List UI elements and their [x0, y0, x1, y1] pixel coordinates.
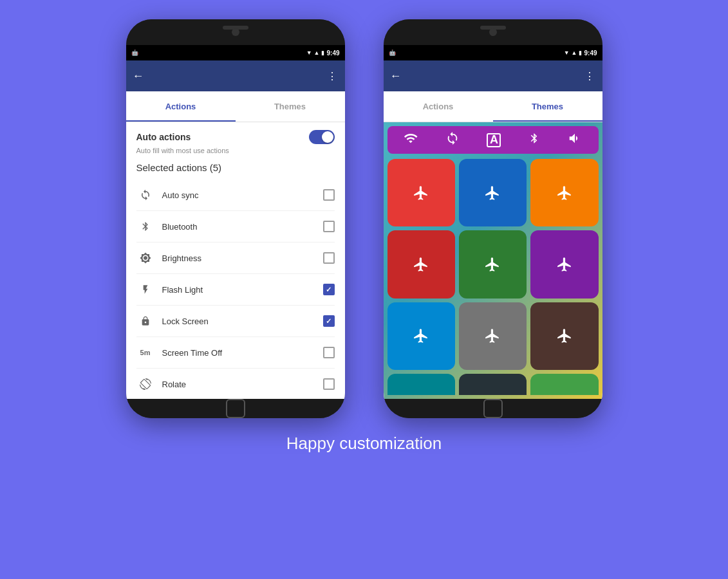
themes-grid: [387, 159, 599, 395]
themes-content: A: [384, 122, 602, 399]
home-button-right[interactable]: [483, 399, 503, 418]
theme-cell-7[interactable]: [387, 302, 455, 370]
status-bar-left: 🤖 ▼ ▲ ▮ 9:49: [126, 45, 345, 60]
tab-themes-right[interactable]: Themes: [493, 91, 602, 122]
phones-container: 🤖 ▼ ▲ ▮ 9:49 ← ⋮ Actions Themes: [126, 19, 602, 418]
bluetooth-label: Bluetooth: [162, 222, 323, 232]
action-row-brightness: Brightness: [136, 243, 335, 274]
selected-actions-label: Selected actions (5): [136, 162, 335, 173]
app-bar-right: ← ⋮: [384, 60, 602, 91]
phone-left: 🤖 ▼ ▲ ▮ 9:49 ← ⋮ Actions Themes: [126, 19, 345, 418]
phone-right: 🤖 ▼ ▲ ▮ 9:49 ← ⋮ Actions Themes: [384, 19, 602, 418]
theme-cell-12[interactable]: [530, 374, 598, 395]
theme-cell-11[interactable]: [459, 374, 527, 395]
status-right-right: ▼ ▲ ▮ 9:49: [564, 50, 597, 57]
auto-actions-toggle[interactable]: [309, 130, 335, 144]
app-bar-left: ← ⋮: [126, 60, 345, 91]
action-row-rotate: Rolate: [136, 369, 335, 399]
autosync-checkbox[interactable]: [323, 189, 335, 201]
phone-bottom-bar-left: [126, 399, 345, 418]
action-row-autosync: Auto sync: [136, 179, 335, 211]
tabs-right: Actions Themes: [384, 91, 602, 122]
phone-bottom-bar-right: [384, 399, 602, 418]
action-row-lockscreen: Lock Screen: [136, 306, 335, 337]
theme-cell-10[interactable]: [387, 374, 455, 395]
theme-cell-2[interactable]: [459, 159, 527, 226]
back-button-right[interactable]: ←: [390, 69, 402, 83]
more-button-right[interactable]: ⋮: [584, 70, 596, 82]
bluetooth-checkbox[interactable]: [323, 221, 335, 232]
cell-signal-right: ▲: [572, 50, 577, 56]
lockscreen-icon: [136, 312, 154, 330]
status-right-left: ▼ ▲ ▮ 9:49: [306, 50, 340, 57]
theme-cell-9[interactable]: [530, 302, 598, 370]
action-row-screentimeoff: 5m Screen Time Off: [136, 337, 335, 369]
brightness-checkbox[interactable]: [323, 252, 335, 264]
wifi-signal-right: ▼: [564, 50, 570, 56]
actions-content: Auto actions Auto fill with most use act…: [126, 122, 345, 399]
tabs-left: Actions Themes: [126, 91, 345, 122]
cell-signal-left: ▲: [314, 50, 320, 56]
time-left: 9:49: [326, 50, 339, 57]
auto-actions-row: Auto actions: [136, 130, 335, 144]
theme-cell-3[interactable]: [530, 159, 598, 226]
flashlight-icon: [136, 280, 154, 299]
lockscreen-label: Lock Screen: [162, 317, 323, 326]
battery-left: ▮: [321, 50, 324, 56]
flashlight-checkbox[interactable]: [323, 284, 335, 295]
bluetooth-icon: [136, 217, 154, 235]
tab-actions-right[interactable]: Actions: [384, 91, 493, 122]
rotate-checkbox[interactable]: [323, 378, 335, 390]
auto-actions-subtitle: Auto fill with most use actions: [136, 147, 335, 154]
android-icon-left: 🤖: [131, 50, 138, 56]
rotate-icon: [136, 375, 154, 393]
wifi-signal-left: ▼: [306, 50, 312, 56]
screentimeoff-icon: 5m: [136, 344, 154, 362]
phone-camera-right: [489, 28, 497, 36]
theme-top-icons-row: A: [387, 126, 599, 154]
back-button-left[interactable]: ←: [133, 69, 144, 83]
theme-cell-6[interactable]: [530, 230, 598, 298]
action-row-flashlight: Flash Light: [136, 274, 335, 306]
toggle-knob: [322, 131, 333, 143]
home-button-left[interactable]: [226, 399, 245, 418]
theme-volume-icon: [568, 131, 582, 149]
theme-cell-5[interactable]: [459, 230, 527, 298]
tab-actions-left[interactable]: Actions: [126, 91, 236, 122]
theme-cell-8[interactable]: [459, 302, 527, 370]
phone-top-bar-right: [384, 19, 602, 45]
android-icon-right: 🤖: [389, 50, 396, 56]
phone-camera-left: [232, 28, 239, 36]
screentimeoff-checkbox[interactable]: [323, 347, 335, 358]
action-row-bluetooth: Bluetooth: [136, 211, 335, 243]
theme-bluetooth-icon: [528, 131, 540, 149]
time-right: 9:49: [584, 50, 597, 57]
theme-rotate-icon: [445, 131, 460, 149]
page-caption: Happy customization: [286, 434, 442, 454]
more-button-left[interactable]: ⋮: [327, 70, 339, 82]
dialog-sheet-left: Actions Themes Auto actions Auto fill wi…: [126, 91, 345, 399]
theme-cell-1[interactable]: [387, 159, 455, 226]
screentimeoff-5m: 5m: [140, 349, 151, 356]
flashlight-label: Flash Light: [162, 285, 323, 295]
autosync-label: Auto sync: [162, 190, 323, 200]
rotate-label: Rolate: [162, 380, 323, 389]
autosync-icon: [136, 186, 154, 204]
screentimeoff-label: Screen Time Off: [162, 348, 323, 358]
brightness-icon: [136, 249, 154, 267]
status-bar-right: 🤖 ▼ ▲ ▮ 9:49: [384, 45, 602, 60]
theme-cell-4[interactable]: [387, 230, 455, 298]
phone-screen-left: 🤖 ▼ ▲ ▮ 9:49 ← ⋮ Actions Themes: [126, 45, 345, 399]
tab-themes-left[interactable]: Themes: [236, 91, 345, 122]
phone-screen-right: 🤖 ▼ ▲ ▮ 9:49 ← ⋮ Actions Themes: [384, 45, 602, 399]
theme-auto-icon: A: [487, 133, 501, 147]
auto-actions-title: Auto actions: [136, 132, 191, 142]
phone-top-bar-left: [126, 19, 345, 45]
theme-wifi-icon: [404, 131, 418, 149]
dialog-sheet-right: Actions Themes: [384, 91, 602, 399]
brightness-label: Brightness: [162, 253, 323, 263]
battery-right: ▮: [579, 50, 582, 56]
lockscreen-checkbox[interactable]: [323, 315, 335, 327]
